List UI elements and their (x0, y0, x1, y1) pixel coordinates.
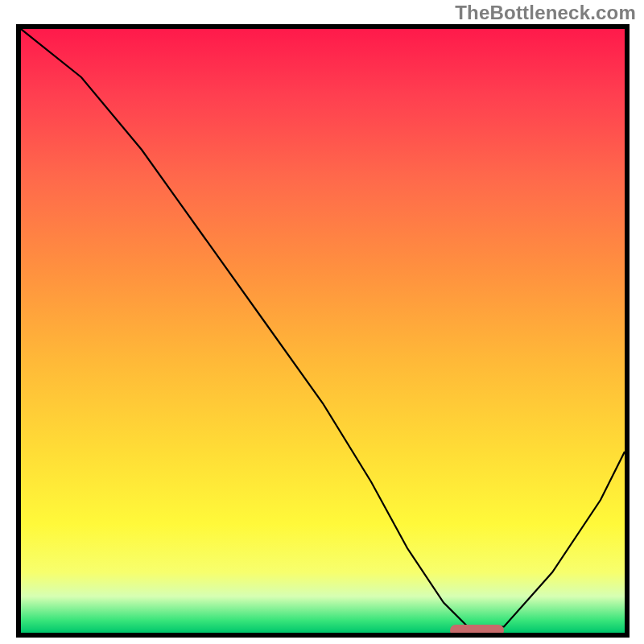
curve-svg (21, 29, 625, 633)
chart-container: TheBottleneck.com (0, 0, 644, 644)
plot-frame (16, 24, 630, 638)
optimal-marker (450, 625, 505, 636)
attribution-label: TheBottleneck.com (455, 2, 636, 24)
bottleneck-curve-path (21, 29, 625, 627)
